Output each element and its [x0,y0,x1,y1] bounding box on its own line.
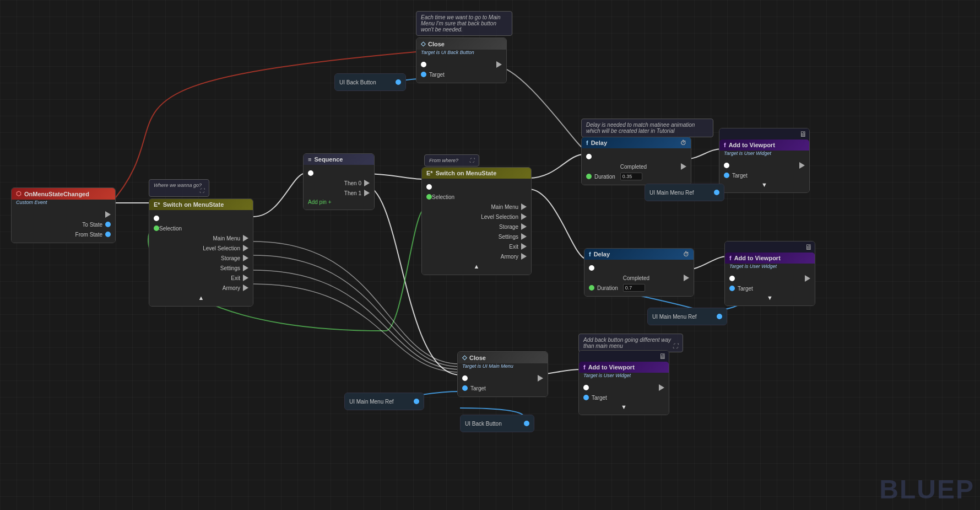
exec-in-pin [154,216,159,221]
clock-icon: ⏱ [680,139,686,146]
exec-in [426,184,432,190]
pin-exec-row [458,373,548,383]
node-subtitle: Target is UI Back Button [416,50,506,56]
node-header: ◇ Close [458,352,548,363]
close-icon2: ◇ [462,354,467,361]
ui-back-button-ref-2[interactable]: UI Back Button [460,415,534,432]
ref-body: UI Main Menu Ref [345,393,424,410]
add-pin-button[interactable]: Add pin + [304,198,374,206]
pin-exec-row [725,273,815,283]
duration-pin [589,285,594,291]
func-icon3: f [589,251,591,257]
node-body: Target ▼ [725,270,815,305]
node-body: Then 0 Then 1 Add pin + [304,165,374,210]
pin-duration-mid: Duration [584,283,694,293]
add-to-viewport-mid-node[interactable]: 🖥 f Add to Viewport Target is User Widge… [724,241,815,306]
pin-target: Target [579,393,669,402]
completed-pin [681,163,686,170]
pin-exit2: Exit [422,241,531,251]
pin-selection: Selection [149,223,253,233]
close-main-menu-node[interactable]: ◇ Close Target is UI Main Menu Target [457,351,548,397]
ref-out-pin [717,314,722,319]
ref-body: UI Main Menu Ref [645,184,724,201]
pin-main-menu: Main Menu [149,233,253,243]
expand-arrow2: ▲ [422,261,531,271]
from-state-pin [105,232,111,237]
pin-target: Target [416,69,506,79]
close-back-button-node[interactable]: ◇ Close Target is UI Back Button Target [416,37,507,83]
node-header: f Delay ⏱ [582,137,691,148]
duration-input-mid[interactable] [623,284,645,292]
comment-top: Each time we want to go to Main Menu I'm… [416,11,512,36]
close-icon: ◇ [421,40,425,47]
pin-selection: Selection [422,192,531,202]
add-to-viewport-top-node[interactable]: 🖥 f Add to Viewport Target is User Widge… [719,128,810,193]
node-subtitle: Custom Event [12,200,115,206]
ref-row: UI Back Button [461,418,534,428]
pin-exit: Exit [149,273,253,283]
ref-row: UI Main Menu Ref [345,396,424,406]
exec-out [805,275,810,282]
target-pin [724,173,729,178]
node-body: Target ▼ [719,157,809,192]
delay-top-node[interactable]: f Delay ⏱ Completed Duration [581,137,691,185]
comment-where: From where? ⛶ [424,154,479,167]
comment-bot: Add back button going different way than… [578,334,683,352]
event-icon: ⬡ [16,190,21,197]
duration-pin [586,174,592,179]
ref-row: UI Main Menu Ref [645,187,724,197]
exec-out [496,61,502,68]
pin-main-menu2: Main Menu [422,202,531,212]
ref-out-pin [414,399,419,404]
ref-out-pin [714,190,719,195]
node-subtitle: Target is User Widget [579,373,669,379]
node-subtitle: Target is User Widget [719,151,809,157]
pin-settings2: Settings [422,232,531,241]
selection-pin-in [154,226,159,231]
duration-input[interactable] [620,173,642,180]
func-icon: f [586,139,588,146]
node-header: f Delay ⏱ [584,249,694,260]
add-to-viewport-bot-node[interactable]: 🖥 f Add to Viewport Target is User Widge… [578,350,669,415]
ui-main-menu-ref-bot[interactable]: UI Main Menu Ref [344,393,424,410]
pin-row-to-state: To State [12,219,115,229]
comment-wanna-go: Where we wanna go? ⛶ [149,179,209,197]
expand-arrow4: ▼ [725,293,815,302]
exec-in [724,163,729,168]
node-body: Selection Main Menu Level Selection Stor… [149,210,253,306]
pin-armory2: Armory [422,251,531,261]
completed-pin [684,275,689,281]
node-body: Completed Duration [582,148,691,185]
on-menu-state-changed-node[interactable]: ⬡ OnMenuStateChanged Custom Event To Sta… [11,187,116,243]
sequence-node[interactable]: ≡ Sequence Then 0 Then 1 Add pin + [303,153,375,210]
comment-delay: Delay is needed to match matinee animati… [581,119,713,137]
node-header: ≡ Sequence [304,154,374,165]
armory-pin [243,284,248,291]
pin-target: Target [725,283,815,293]
ui-main-menu-ref-mid[interactable]: UI Main Menu Ref [647,308,727,325]
pin-completed: Completed [584,273,694,283]
expand-arrow: ▲ [149,293,253,303]
ref-body: UI Main Menu Ref [648,308,727,325]
then1-pin [364,190,370,196]
node-header: f Add to Viewport [719,139,809,151]
storage-pin [243,255,248,261]
func-icon4: f [729,255,732,261]
pin-exec-row [416,60,506,69]
switch-icon2: E* [426,170,433,176]
pin-exec-row [579,383,669,393]
exec-in [583,385,589,390]
pin-exec-in [149,213,253,223]
pin-storage: Storage [149,253,253,263]
switch-menu-state-2-node[interactable]: E* Switch on MenuState Selection Main Me… [421,167,532,275]
node-body: Selection Main Menu Level Selection Stor… [422,179,531,275]
ui-main-menu-ref-top[interactable]: UI Main Menu Ref [645,184,724,201]
exec-in [586,154,592,159]
switch-menu-state-1-node[interactable]: E* Switch on MenuState Selection Main Me… [149,198,253,307]
settings-pin [243,265,248,271]
ui-back-button-ref-1[interactable]: UI Back Button [334,73,406,91]
node-body: Target [458,370,548,396]
delay-mid-node[interactable]: f Delay ⏱ Completed Duration [584,248,694,297]
node-header: ◇ Close [416,38,506,50]
ref-body: UI Back Button [461,415,534,432]
